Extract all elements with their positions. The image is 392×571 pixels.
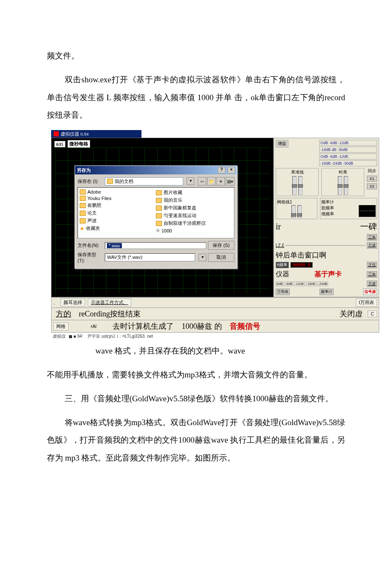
- filetype-label: 保存类型 (T):: [78, 252, 103, 263]
- fang-de-text: 方的: [53, 309, 74, 319]
- r-freq-button[interactable]: R频率: [276, 262, 289, 268]
- ear-select[interactable]: 颜耳选择: [61, 299, 85, 307]
- cancel-button[interactable]: 取消: [208, 253, 234, 262]
- save-in-label: 保存在 (I):: [78, 178, 103, 185]
- list-item[interactable]: Adobe: [80, 189, 156, 194]
- folder-icon: [80, 203, 86, 208]
- favorites-icon: ★: [80, 226, 84, 232]
- freqcounter-button[interactable]: 频率计: [320, 289, 334, 295]
- gen-text-a: 去时计算机生成了: [110, 321, 176, 331]
- slider[interactable]: [292, 176, 297, 195]
- square-wave-button-2[interactable]: 方波: [367, 281, 377, 287]
- bei-text: 一碑: [360, 221, 377, 232]
- gridline-label: 网格线1: [277, 199, 316, 205]
- baseline-label: 基准线: [277, 169, 317, 175]
- scope-mode[interactable]: 示波器工作方式、: [88, 299, 131, 307]
- list-item[interactable]: 我的音乐: [156, 197, 232, 203]
- folder-icon: [156, 213, 162, 218]
- c-label: C: [368, 310, 377, 317]
- bottom-strip-1: 、 颜耳选择 示波器工作方式、 I万用表: [51, 297, 379, 308]
- gen-text-b: 1000赫兹 的: [179, 321, 225, 331]
- rai-text: rAl: [91, 324, 96, 329]
- paragraph-1: 频文件。: [47, 47, 345, 65]
- close-virtual-text: 关闭虚: [337, 309, 365, 319]
- freqmeter-label: 频率计: [321, 199, 376, 205]
- folder-icon: [80, 196, 86, 201]
- list-item[interactable]: 论文: [80, 210, 156, 216]
- multimeter-button[interactable]: 万用表: [276, 289, 290, 295]
- x2-button[interactable]: X2: [367, 183, 377, 189]
- oscilloscope-area: 635 微秒每格 另存为 ? ×: [51, 138, 274, 297]
- slider[interactable]: [291, 205, 296, 218]
- slider[interactable]: [297, 205, 302, 218]
- slider[interactable]: [298, 176, 303, 195]
- folder-icon: [80, 189, 86, 194]
- dropdown-icon[interactable]: ▾: [199, 254, 206, 261]
- list-item[interactable]: 崔鹏照: [80, 202, 156, 209]
- e-freq-label: 俄频率: [321, 211, 334, 217]
- gen-text-c: 音频信号: [227, 321, 263, 331]
- recording-text: reCording按纽结束: [76, 309, 143, 319]
- app-titlebar: 虚拟仪器 0.94: [51, 130, 141, 138]
- file-list[interactable]: Adobe Youku Files 崔鹏照 论文 声波 ★收藏夹 图片收藏 我的: [78, 187, 234, 238]
- paragraph-3b: 不能用手机播放，需要转换文件格式为mp3格式，并增大音频文件的音量。: [47, 366, 345, 384]
- multimeter-label[interactable]: I万用表: [356, 299, 377, 307]
- back-icon[interactable]: ⇦: [198, 177, 206, 186]
- bottom-strip-2: 方的 reCording按纽结束 关闭虚 C: [51, 308, 379, 320]
- slider[interactable]: [338, 176, 342, 195]
- view-icon[interactable]: ▤▾: [226, 177, 234, 186]
- paragraph-2: 双击show.exe打开《基于声卡的虚拟示波器软件》单击右下角的信号源按纽，单击…: [47, 71, 345, 124]
- filename-input[interactable]: *.wav: [105, 242, 206, 249]
- timebase-label: 时基: [323, 169, 363, 175]
- list-item[interactable]: 声波: [80, 217, 156, 224]
- x1-button[interactable]: X1: [367, 176, 377, 182]
- list-item[interactable]: 自制双缝干涉观察仪: [156, 220, 232, 226]
- freq-readout: [359, 205, 376, 211]
- list-item[interactable]: ⊕1000: [156, 228, 232, 233]
- db-scale: OdB -6dB -12dE: [319, 154, 377, 159]
- timebase-value: 635: [54, 141, 66, 148]
- list-item[interactable]: 新中国象棋复盘: [156, 205, 232, 211]
- ir-text: ir: [276, 222, 281, 232]
- list-item[interactable]: ★收藏夹: [80, 225, 156, 232]
- control-panel: 增益 OdB -6dB -12dB -18dB dB -30dB OdB -6d…: [274, 138, 379, 297]
- grid-label: 网格: [53, 322, 69, 330]
- list-item[interactable]: Youku Files: [80, 196, 156, 201]
- square-wave-button[interactable]: 方波: [367, 242, 377, 249]
- folder-icon: [107, 179, 113, 184]
- app-icon: [54, 131, 59, 136]
- timebase-unit: 微秒每格: [67, 140, 90, 148]
- folder-icon: [156, 206, 162, 211]
- dialog-help-button[interactable]: ?: [218, 167, 225, 174]
- square-icon: [69, 335, 72, 338]
- triangle-button-2[interactable]: 三角: [367, 271, 377, 278]
- dropdown-icon[interactable]: ▾: [187, 177, 194, 185]
- paragraph-3a: wave 格式，并且保存在我的文档中。wave: [47, 342, 345, 360]
- list-item[interactable]: 图片收藏: [156, 189, 232, 196]
- new-folder-icon[interactable]: ✳: [216, 177, 225, 186]
- h-freq-label: 肮频率: [321, 205, 334, 211]
- folder-icon: [80, 211, 86, 216]
- sync-label: 同步: [367, 168, 377, 174]
- signal-source-button[interactable]: 信号源: [363, 289, 377, 295]
- lcd-readout: 00000.0: [291, 262, 313, 268]
- folder-icon: [80, 218, 86, 223]
- app-title: 虚拟仪器 0.94: [61, 131, 89, 137]
- sine-button[interactable]: 正弦: [367, 262, 377, 268]
- up-folder-icon[interactable]: 📁: [207, 177, 216, 186]
- gain-label: 增益: [276, 140, 288, 148]
- dialog-close-button[interactable]: ×: [228, 167, 235, 174]
- save-in-combo[interactable]: 我的文档: [105, 177, 183, 186]
- filename-label: 文件名(N):: [78, 242, 103, 249]
- filetype-combo[interactable]: WAV文件 (*.wav): [105, 253, 195, 261]
- audio-file-icon: ⊕: [156, 228, 160, 233]
- save-button[interactable]: 保存 (S): [208, 241, 234, 250]
- paragraph-4: 三、用《音频处理(GoldWave)v5.58绿色版》软件转换1000赫兹的音频…: [47, 390, 345, 408]
- list-item[interactable]: 匀变速直线运动: [156, 212, 232, 219]
- slider[interactable]: [344, 176, 348, 195]
- lze-text: LZ.£: [276, 243, 284, 248]
- paragraph-5: 将wave格式转换为mp3格式。双击GoldWave打开《音频处理(GoldWa…: [47, 414, 345, 467]
- overlay-text: 钟后单击窗口啊: [276, 250, 326, 260]
- app-screenshot: 虚拟仪器 0.94 635 微秒每格 另存为: [51, 130, 379, 339]
- triangle-button[interactable]: 三角: [367, 234, 377, 241]
